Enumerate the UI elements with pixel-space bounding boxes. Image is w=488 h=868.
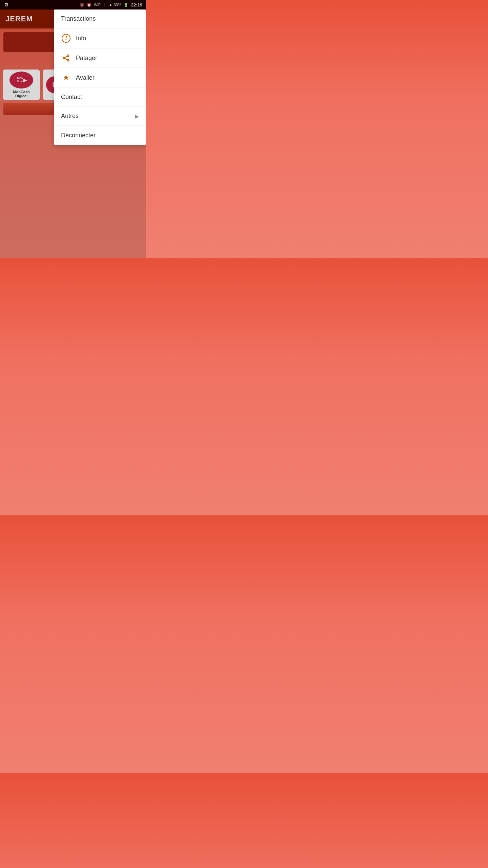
menu-label-patager: Patager	[76, 55, 139, 62]
svg-point-1	[63, 57, 65, 59]
menu-item-transactions[interactable]: Transactions	[54, 9, 146, 28]
svg-line-4	[65, 59, 67, 60]
dropdown-menu: Transactions i Info Patager ★ Avalier Co…	[54, 9, 146, 145]
menu-label-info: Info	[76, 35, 139, 42]
menu-item-autres[interactable]: Autres ▶	[54, 107, 146, 126]
svg-point-2	[67, 60, 69, 61]
svg-line-3	[65, 56, 67, 58]
chevron-right-icon: ▶	[135, 114, 139, 119]
svg-point-0	[67, 55, 69, 57]
menu-label-contact: Contact	[61, 94, 139, 101]
info-circle-icon: i	[62, 34, 70, 43]
star-icon: ★	[61, 73, 71, 82]
info-icon: i	[61, 34, 71, 43]
share-icon	[61, 54, 71, 62]
menu-item-contact[interactable]: Contact	[54, 88, 146, 107]
menu-label-transactions: Transactions	[61, 15, 139, 22]
menu-item-avalier[interactable]: ★ Avalier	[54, 68, 146, 88]
menu-item-patager[interactable]: Patager	[54, 48, 146, 68]
star-shape: ★	[63, 73, 69, 82]
menu-label-avalier: Avalier	[76, 74, 139, 81]
menu-label-autres: Autres	[61, 113, 135, 120]
menu-label-deconnecter: Déconnecter	[61, 132, 139, 139]
menu-item-deconnecter[interactable]: Déconnecter	[54, 126, 146, 145]
menu-item-info[interactable]: i Info	[54, 28, 146, 48]
